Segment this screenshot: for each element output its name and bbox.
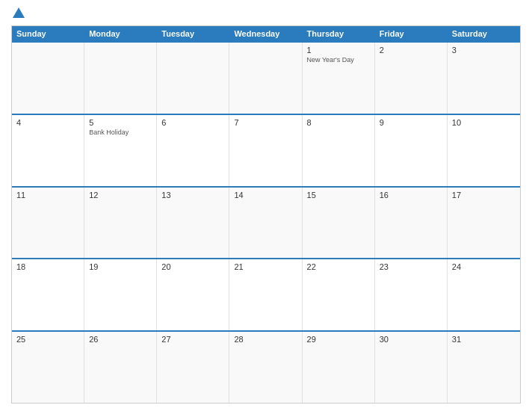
day-header: Wednesday bbox=[229, 26, 302, 41]
day-cell: 10 bbox=[448, 115, 520, 186]
day-number: 13 bbox=[161, 191, 224, 200]
day-cell: 7 bbox=[229, 115, 302, 186]
day-number: 8 bbox=[307, 118, 370, 127]
day-number: 20 bbox=[161, 262, 224, 271]
day-cell bbox=[157, 43, 229, 114]
week-row: 45Bank Holiday678910 bbox=[12, 114, 520, 186]
day-event: New Year's Day bbox=[307, 56, 370, 65]
header bbox=[11, 7, 521, 19]
day-headers-row: SundayMondayTuesdayWednesdayThursdayFrid… bbox=[12, 26, 520, 41]
logo-triangle-icon bbox=[13, 7, 25, 18]
day-cell: 25 bbox=[12, 332, 84, 403]
day-cell: 20 bbox=[157, 259, 229, 330]
day-cell: 8 bbox=[303, 115, 375, 186]
day-number: 29 bbox=[307, 335, 370, 344]
day-cell: 11 bbox=[12, 188, 84, 259]
day-number: 31 bbox=[452, 335, 516, 344]
day-number: 2 bbox=[380, 46, 442, 55]
day-number: 11 bbox=[16, 191, 79, 200]
logo bbox=[11, 7, 25, 19]
day-cell: 5Bank Holiday bbox=[84, 115, 157, 186]
day-number: 10 bbox=[452, 118, 516, 127]
day-cell: 12 bbox=[84, 188, 157, 259]
day-header: Thursday bbox=[303, 26, 375, 41]
day-event: Bank Holiday bbox=[89, 129, 152, 137]
day-number: 12 bbox=[89, 191, 152, 200]
day-header: Sunday bbox=[12, 26, 84, 41]
day-number: 17 bbox=[452, 191, 516, 200]
day-cell: 18 bbox=[12, 259, 84, 330]
week-row: 18192021222324 bbox=[12, 258, 520, 330]
day-number: 30 bbox=[380, 335, 442, 344]
day-cell: 16 bbox=[375, 188, 448, 259]
day-header: Monday bbox=[84, 26, 157, 41]
day-cell: 19 bbox=[84, 259, 157, 330]
day-cell: 22 bbox=[303, 259, 375, 330]
day-number: 6 bbox=[161, 118, 224, 127]
day-cell: 4 bbox=[12, 115, 84, 186]
day-cell: 23 bbox=[375, 259, 448, 330]
calendar-grid: SundayMondayTuesdayWednesdayThursdayFrid… bbox=[11, 25, 521, 404]
day-cell: 17 bbox=[448, 188, 520, 259]
day-cell bbox=[229, 43, 302, 114]
day-header: Tuesday bbox=[157, 26, 229, 41]
day-number: 18 bbox=[16, 262, 79, 271]
day-cell: 31 bbox=[448, 332, 520, 403]
day-cell bbox=[84, 43, 157, 114]
day-cell: 28 bbox=[229, 332, 302, 403]
week-row: 25262728293031 bbox=[12, 330, 520, 403]
day-number: 24 bbox=[452, 262, 516, 271]
day-cell bbox=[12, 43, 84, 114]
day-cell: 21 bbox=[229, 259, 302, 330]
day-cell: 6 bbox=[157, 115, 229, 186]
day-number: 27 bbox=[161, 335, 224, 344]
day-cell: 13 bbox=[157, 188, 229, 259]
day-cell: 29 bbox=[303, 332, 375, 403]
day-number: 4 bbox=[16, 118, 79, 127]
day-header: Friday bbox=[375, 26, 448, 41]
day-cell: 15 bbox=[303, 188, 375, 259]
day-cell: 14 bbox=[229, 188, 302, 259]
week-row: 11121314151617 bbox=[12, 186, 520, 259]
day-number: 28 bbox=[234, 335, 297, 344]
day-number: 3 bbox=[452, 46, 516, 55]
day-cell: 30 bbox=[375, 332, 448, 403]
day-number: 26 bbox=[89, 335, 152, 344]
day-number: 22 bbox=[307, 262, 370, 271]
day-number: 15 bbox=[307, 191, 370, 200]
day-cell: 2 bbox=[375, 43, 448, 114]
day-header: Saturday bbox=[448, 26, 520, 41]
day-number: 1 bbox=[307, 46, 370, 55]
day-cell: 26 bbox=[84, 332, 157, 403]
day-number: 14 bbox=[234, 191, 297, 200]
day-number: 25 bbox=[16, 335, 79, 344]
day-cell: 1New Year's Day bbox=[303, 43, 375, 114]
day-cell: 27 bbox=[157, 332, 229, 403]
day-number: 16 bbox=[380, 191, 442, 200]
week-row: 1New Year's Day23 bbox=[12, 41, 520, 114]
day-cell: 24 bbox=[448, 259, 520, 330]
day-cell: 3 bbox=[448, 43, 520, 114]
calendar-page: SundayMondayTuesdayWednesdayThursdayFrid… bbox=[0, 0, 532, 411]
day-number: 9 bbox=[380, 118, 442, 127]
day-number: 21 bbox=[234, 262, 297, 271]
weeks-container: 1New Year's Day2345Bank Holiday678910111… bbox=[12, 41, 520, 403]
day-number: 5 bbox=[89, 118, 152, 127]
day-cell: 9 bbox=[375, 115, 448, 186]
day-number: 23 bbox=[380, 262, 442, 271]
day-number: 19 bbox=[89, 262, 152, 271]
day-number: 7 bbox=[234, 118, 297, 127]
